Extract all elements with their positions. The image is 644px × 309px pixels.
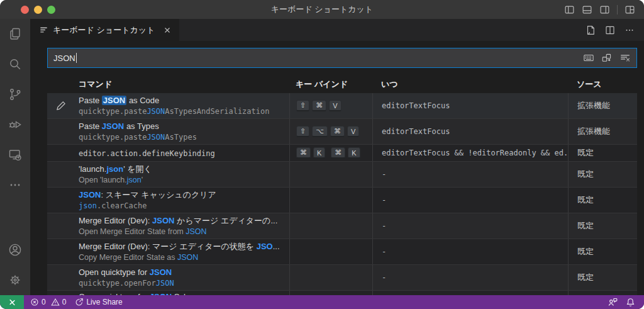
- zoom-window-button[interactable]: [47, 6, 55, 14]
- toggle-primary-sidebar-icon[interactable]: [564, 4, 575, 15]
- search-icon[interactable]: [0, 49, 30, 79]
- keybinding-cell: [289, 239, 372, 264]
- when-cell: editorTextFocus: [372, 119, 568, 144]
- close-window-button[interactable]: [21, 6, 29, 14]
- when-expression: editorTextFocus: [382, 101, 450, 110]
- header-source[interactable]: ソース: [568, 79, 637, 90]
- tab-bar: キーボード ショートカット: [30, 19, 644, 41]
- minimize-window-button[interactable]: [34, 6, 42, 14]
- text-segment: as Code: [126, 96, 159, 105]
- row-gutter: [47, 162, 74, 187]
- warnings-icon: [51, 298, 60, 306]
- keybindings-list-icon: [39, 25, 48, 35]
- command-id: quicktype.pasteJSONAsTypesAndSerializati…: [79, 106, 289, 117]
- command-title: Open quicktype for JSON: [79, 267, 289, 278]
- text-segment: Open quicktype for: [79, 267, 150, 277]
- when-cell: editorTextFocus: [372, 93, 568, 118]
- live-share-icon: [75, 298, 84, 306]
- tab-close-icon[interactable]: [163, 26, 172, 35]
- bell-icon[interactable]: [626, 298, 635, 307]
- text-segment: as Types: [124, 121, 158, 131]
- table-row[interactable]: 'launch.json' を開くOpen 'launch.json'-既定: [47, 162, 637, 188]
- table-row[interactable]: Paste JSON as Typesquicktype.pasteJSONAs…: [47, 119, 637, 145]
- source-label: 拡張機能: [577, 100, 610, 111]
- keycap: K: [348, 147, 360, 159]
- text-segment: quicktype.paste: [79, 107, 147, 116]
- more-actions-icon[interactable]: [624, 25, 635, 36]
- table-row[interactable]: Paste JSON as Codequicktype.pasteJSONAsT…: [47, 93, 637, 119]
- table-row[interactable]: Open quicktype for JSONquicktype.openFor…: [47, 265, 637, 291]
- live-share-button[interactable]: Live Share: [75, 298, 122, 306]
- text-segment: ' を開く: [123, 164, 152, 174]
- source-cell: 既定: [568, 239, 637, 264]
- table-row[interactable]: Open quicktype for JSON Sch...: [47, 291, 637, 295]
- customize-layout-icon[interactable]: [625, 4, 635, 15]
- statusbar-left: 0 0 Live Share: [24, 295, 123, 309]
- keybinding-cell: [289, 188, 372, 213]
- tab-keyboard-shortcuts[interactable]: キーボード ショートカット: [30, 19, 179, 41]
- toggle-secondary-sidebar-icon[interactable]: [599, 4, 610, 15]
- match-highlight: JSON: [156, 279, 174, 288]
- row-gutter: [47, 119, 74, 144]
- table-row[interactable]: Merge Editor (Dev): JSON からマージ エディターの...…: [47, 213, 637, 239]
- command-title: editor.action.defineKeybinding: [79, 148, 289, 159]
- feedback-icon[interactable]: [608, 297, 618, 307]
- statusbar-right: [608, 295, 644, 309]
- errors-icon: [30, 298, 39, 306]
- status-bar: 0 0 Live Share: [0, 295, 644, 309]
- when-expression: -: [382, 273, 386, 282]
- match-highlight: JSON: [147, 107, 165, 116]
- text-segment: ': [142, 176, 143, 184]
- match-highlight: JSON: [147, 133, 165, 142]
- match-highlight: JSON: [150, 267, 172, 277]
- command-id: Open Merge Editor State from JSON: [79, 227, 289, 237]
- header-keybinding[interactable]: キー バインド: [289, 79, 372, 90]
- remote-explorer-icon[interactable]: [0, 140, 30, 170]
- header-when[interactable]: いつ: [372, 79, 568, 90]
- match-highlight: JSO: [257, 242, 273, 251]
- record-keys-icon[interactable]: [582, 51, 596, 65]
- clear-keybindings-search-icon[interactable]: [618, 51, 632, 65]
- keycap: ⌥: [312, 126, 328, 137]
- command-id: Open 'launch.json': [79, 175, 289, 186]
- settings-gear-icon[interactable]: [0, 265, 30, 295]
- window-title: キーボード ショートカット: [0, 4, 644, 15]
- problems-indicator[interactable]: 0 0: [30, 298, 66, 306]
- sort-by-precedence-icon[interactable]: [600, 51, 614, 65]
- text-segment: Open 'launch.: [79, 176, 127, 184]
- when-expression: -: [382, 196, 386, 205]
- open-keyboard-shortcuts-json-icon[interactable]: [585, 25, 596, 36]
- accounts-icon[interactable]: [0, 235, 30, 265]
- remote-indicator-icon[interactable]: [0, 295, 24, 309]
- when-cell: -: [372, 188, 568, 213]
- edit-keybinding-pencil-icon[interactable]: [47, 93, 74, 118]
- source-label: 既定: [577, 147, 594, 159]
- table-row[interactable]: JSON: スキーマ キャッシュのクリアjson.clearCache-既定: [47, 188, 637, 213]
- table-row[interactable]: Merge Editor (Dev): マージ エディターの状態を JSO...…: [47, 239, 637, 265]
- table-header: コマンド キー バインド いつ ソース: [47, 76, 637, 93]
- table-row[interactable]: editor.action.defineKeybinding⌘K⌘Keditor…: [47, 145, 637, 162]
- keycap: ⇧: [296, 100, 309, 111]
- keycap: ⌘: [312, 100, 326, 111]
- source-control-icon[interactable]: [0, 79, 30, 110]
- when-cell: -: [372, 265, 568, 290]
- command-id: quicktype.pasteJSONAsTypes: [79, 132, 289, 143]
- keycap: K: [313, 147, 325, 159]
- when-cell: -: [372, 162, 568, 187]
- run-and-debug-icon[interactable]: [0, 110, 30, 140]
- keybinding-cell: [289, 291, 372, 295]
- traffic-lights: [21, 6, 55, 14]
- split-editor-icon[interactable]: [604, 25, 616, 36]
- command-cell: editor.action.defineKeybinding: [74, 145, 289, 161]
- toggle-panel-icon[interactable]: [582, 4, 592, 15]
- header-command[interactable]: コマンド: [74, 79, 289, 90]
- command-cell: Merge Editor (Dev): マージ エディターの状態を JSO...…: [74, 239, 289, 264]
- source-label: 既定: [577, 220, 594, 232]
- source-label: 既定: [577, 246, 594, 257]
- command-id: Copy Merge Editor State as JSON: [79, 252, 289, 263]
- search-input[interactable]: JSON: [47, 48, 637, 68]
- text-segment: : スキーマ キャッシュのクリア: [101, 190, 216, 199]
- explorer-icon[interactable]: [0, 19, 30, 49]
- more-views-icon[interactable]: [0, 170, 30, 200]
- key-chord: ⇧⌥⌘V: [296, 126, 359, 137]
